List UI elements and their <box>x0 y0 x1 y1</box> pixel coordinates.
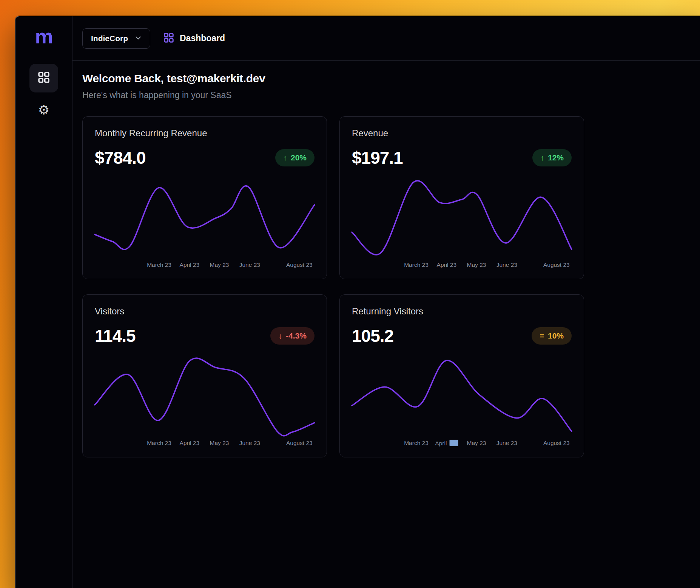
x-axis-labels: March 23April 23May 23June 23August 23 <box>95 440 315 448</box>
welcome-heading: Welcome Back, test@makerkit.dev <box>82 72 694 85</box>
x-axis-label: April 23 <box>437 262 457 268</box>
x-axis-label: May 23 <box>467 262 486 268</box>
x-axis-label: August 23 <box>543 440 570 446</box>
x-axis-label: August 23 <box>286 440 313 446</box>
x-axis-labels: March 23AprilMay 23June 23August 23 <box>352 440 572 448</box>
x-axis-label: August 23 <box>286 262 313 268</box>
line-chart <box>95 179 315 257</box>
card-title: Visitors <box>95 306 315 317</box>
sidebar: m ⚙ <box>15 16 72 588</box>
trend-arrow-icon: ↑ <box>283 154 287 162</box>
x-axis-label: March 23 <box>404 440 429 446</box>
x-axis-labels: March 23April 23May 23June 23August 23 <box>352 262 572 270</box>
trend-badge-label: 10% <box>548 331 564 340</box>
sidebar-item-dashboard[interactable] <box>29 64 58 92</box>
x-axis-label: June 23 <box>239 440 260 446</box>
x-axis-label: August 23 <box>543 262 570 268</box>
metric-card-visitors: Visitors 114.5 ↓ -4.3% March 23April 23M… <box>82 294 327 457</box>
welcome-subtitle: Here's what is happening in your SaaS <box>82 90 694 100</box>
chart-line <box>352 360 572 431</box>
trend-badge: ↑ 12% <box>532 149 572 166</box>
chart-line <box>95 186 315 249</box>
x-axis-label: April 23 <box>180 440 200 446</box>
line-chart <box>352 357 572 435</box>
trend-badge-label: -4.3% <box>286 331 307 340</box>
team-selector-label: IndieCorp <box>91 34 128 43</box>
desktop-wallpaper: m ⚙ IndieCorp <box>0 0 700 588</box>
metric-card-mrr: Monthly Recurring Revenue $784.0 ↑ 20% M… <box>82 116 327 279</box>
x-axis-label: June 23 <box>496 440 517 446</box>
card-title: Monthly Recurring Revenue <box>95 128 315 139</box>
x-axis-label: May 23 <box>210 262 229 268</box>
chevron-down-icon <box>135 34 142 43</box>
trend-badge: ↑ 20% <box>275 149 315 166</box>
dashboard-main: Welcome Back, test@makerkit.dev Here's w… <box>72 61 700 588</box>
trend-badge: ↓ -4.3% <box>270 327 315 345</box>
chart-line <box>352 181 572 255</box>
card-title: Revenue <box>352 128 572 139</box>
selection-highlight <box>449 440 458 446</box>
metric-card-returning-visitors: Returning Visitors 105.2 = 10% March 23A… <box>339 294 584 457</box>
gear-icon: ⚙ <box>38 103 49 116</box>
trend-arrow-icon: ↑ <box>540 154 544 162</box>
sidebar-item-settings[interactable]: ⚙ <box>32 99 55 121</box>
x-axis-label: March 23 <box>147 440 171 446</box>
x-axis-label: May 23 <box>467 440 486 446</box>
grid-icon <box>38 72 49 85</box>
x-axis-label: March 23 <box>147 262 171 268</box>
trend-arrow-icon: ↓ <box>278 332 282 340</box>
x-axis-label: April 23 <box>180 262 200 268</box>
metric-value: $197.1 <box>352 148 403 168</box>
team-selector-button[interactable]: IndieCorp <box>82 28 150 49</box>
x-axis-label: June 23 <box>496 262 517 268</box>
trend-badge-label: 20% <box>291 153 307 162</box>
chart-line <box>95 358 315 436</box>
metric-card-revenue: Revenue $197.1 ↑ 12% March 23April 23May… <box>339 116 584 279</box>
card-title: Returning Visitors <box>352 306 572 317</box>
x-axis-label: April <box>435 440 458 447</box>
trend-equals-icon: = <box>540 332 544 340</box>
metric-cards-grid: Monthly Recurring Revenue $784.0 ↑ 20% M… <box>82 116 694 457</box>
line-chart <box>352 179 572 257</box>
x-axis-label: May 23 <box>210 440 229 446</box>
metric-value: 114.5 <box>95 326 136 346</box>
trend-badge: = 10% <box>532 327 572 345</box>
line-chart <box>95 357 315 435</box>
app-window: m ⚙ IndieCorp <box>15 16 700 588</box>
x-axis-label: March 23 <box>404 262 429 268</box>
content-area: IndieCorp <box>72 16 700 588</box>
nav-dashboard[interactable]: Dashboard <box>164 33 225 44</box>
metric-value: $784.0 <box>95 148 146 168</box>
dashboard-grid-icon <box>164 33 174 44</box>
x-axis-label: June 23 <box>239 262 260 268</box>
app-logo: m <box>35 26 52 46</box>
trend-badge-label: 12% <box>548 153 564 162</box>
page-title: Dashboard <box>180 33 225 43</box>
metric-value: 105.2 <box>352 326 393 346</box>
top-bar: IndieCorp <box>72 16 700 61</box>
x-axis-labels: March 23April 23May 23June 23August 23 <box>95 262 315 270</box>
